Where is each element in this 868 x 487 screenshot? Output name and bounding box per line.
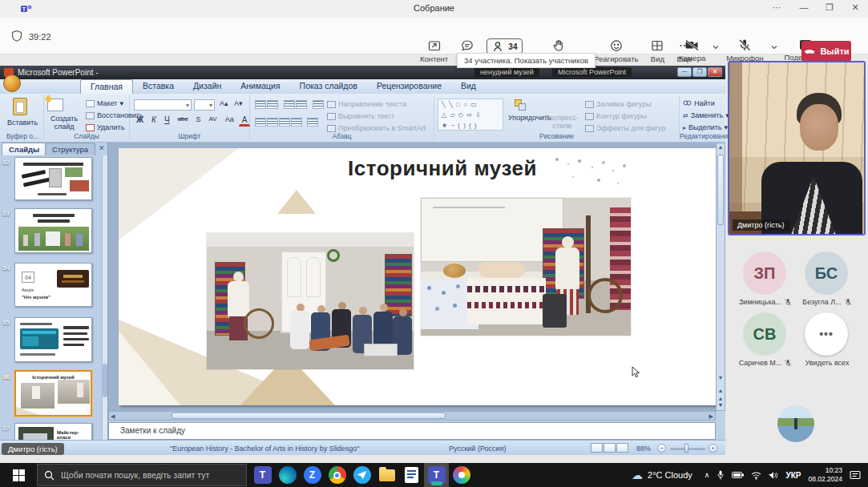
panel-scrollbar-thumb[interactable] bbox=[103, 364, 107, 397]
zoom-in-button[interactable]: + bbox=[709, 444, 717, 453]
grow-font-button[interactable]: A▴ bbox=[216, 99, 232, 108]
panel-tab-slides[interactable]: Слайды bbox=[2, 143, 46, 155]
shadow-button[interactable]: S bbox=[193, 115, 204, 127]
camera-button[interactable]: Камера bbox=[676, 37, 709, 64]
office-button[interactable] bbox=[3, 74, 21, 92]
char-spacing-button[interactable]: AV bbox=[206, 115, 220, 127]
keyboard-language[interactable]: УКР bbox=[785, 471, 801, 480]
quick-styles-button[interactable]: Экспресс-стили bbox=[543, 115, 580, 131]
italic-button[interactable]: К bbox=[148, 115, 159, 127]
view-buttons[interactable] bbox=[591, 443, 628, 453]
shape-fill-button[interactable]: Заливка фигуры bbox=[585, 100, 652, 108]
next-slide-icon[interactable]: ▼ bbox=[717, 401, 725, 409]
shrink-font-button[interactable]: A▾ bbox=[231, 99, 246, 108]
mic-button[interactable]: Микрофон bbox=[723, 37, 766, 64]
slideshow-button[interactable] bbox=[616, 443, 628, 453]
taskbar-app-photos[interactable] bbox=[449, 463, 474, 487]
minimize-icon[interactable]: — bbox=[795, 2, 813, 12]
tray-wifi-icon[interactable] bbox=[751, 471, 761, 480]
change-case-button[interactable]: Aa bbox=[222, 115, 237, 127]
tab-animation[interactable]: Анимация bbox=[231, 79, 289, 94]
weather-widget[interactable]: ☁ 2°C Cloudy bbox=[632, 469, 692, 481]
underline-button[interactable]: Ч bbox=[161, 115, 173, 127]
bold-button[interactable]: Ж bbox=[133, 115, 147, 127]
tab-insert[interactable]: Вставка bbox=[133, 79, 184, 94]
shape-outline-button[interactable]: Контур фигуры bbox=[585, 112, 647, 120]
panel-close-icon[interactable]: ✕ bbox=[99, 144, 105, 152]
find-button[interactable]: Найти bbox=[683, 99, 715, 107]
taskbar-app-telegram[interactable] bbox=[349, 463, 374, 487]
clock[interactable]: 10:23 08.02.2024 bbox=[808, 466, 842, 484]
zoom-slider-handle[interactable] bbox=[684, 444, 688, 453]
slide-thumbnail-33[interactable] bbox=[14, 208, 92, 253]
previous-slide-icon[interactable]: ▲▲ bbox=[717, 387, 725, 403]
tab-home[interactable]: Главная bbox=[80, 79, 133, 94]
close-icon[interactable]: ✕ bbox=[846, 2, 864, 13]
v-scroll-thumb[interactable] bbox=[717, 155, 724, 225]
participant-avatar[interactable]: БС bbox=[805, 252, 848, 295]
slide-horizontal-scrollbar[interactable]: ◀ ▶ bbox=[108, 411, 716, 421]
delete-slide-button[interactable]: Удалить bbox=[86, 123, 124, 131]
zoom-out-button[interactable]: − bbox=[657, 444, 666, 453]
participant-avatar[interactable]: ЗП bbox=[743, 252, 786, 295]
panel-tab-outline[interactable]: Структура bbox=[45, 143, 95, 155]
tab-slideshow[interactable]: Показ слайдов bbox=[290, 79, 367, 94]
language-indicator[interactable]: Русский (Россия) bbox=[449, 445, 506, 453]
tray-volume-icon[interactable] bbox=[769, 471, 778, 480]
list-buttons[interactable] bbox=[255, 100, 325, 109]
arrange-button[interactable]: Упорядочить bbox=[508, 115, 540, 123]
align-buttons[interactable] bbox=[255, 118, 319, 127]
search-input[interactable] bbox=[59, 469, 240, 481]
start-button[interactable] bbox=[0, 463, 37, 487]
participant-avatar[interactable]: СВ bbox=[743, 312, 786, 356]
panel-scrollbar[interactable] bbox=[102, 155, 107, 440]
shapes-gallery[interactable]: ╲ ╲ □ ○ ▭ △ ▱ ◇ ⇨ ⇩ ★ ~ ( ) { } bbox=[438, 99, 503, 131]
paste-button[interactable]: Вставить bbox=[7, 119, 38, 127]
taskbar-app-edge[interactable] bbox=[275, 463, 300, 487]
react-button[interactable]: Реагировать bbox=[591, 37, 641, 66]
slide-title[interactable]: Історичний музей bbox=[346, 156, 539, 181]
slide-thumbnail-34[interactable]: 04 Акція "Ніч музеїв" bbox=[14, 263, 92, 307]
normal-view-button[interactable] bbox=[591, 443, 603, 453]
taskbar-app-file-explorer[interactable] bbox=[374, 463, 399, 487]
font-color-button[interactable]: A bbox=[239, 115, 251, 127]
slide-thumbnail-36-selected[interactable]: Історичний музей bbox=[14, 370, 92, 417]
taskbar-app-teams[interactable]: T bbox=[250, 463, 275, 487]
maximize-icon[interactable]: ❐ bbox=[821, 2, 838, 13]
scroll-down-icon[interactable]: ▼ bbox=[717, 374, 725, 382]
tray-expand-icon[interactable]: ∧ bbox=[704, 471, 710, 479]
taskbar-search[interactable] bbox=[37, 464, 247, 486]
tab-design[interactable]: Дизайн bbox=[184, 79, 231, 94]
slide-sorter-button[interactable] bbox=[604, 443, 616, 453]
ppt-close-icon[interactable]: ✕ bbox=[708, 67, 722, 77]
new-slide-button[interactable]: Создать слайд bbox=[46, 115, 83, 131]
leave-button[interactable]: Выйти bbox=[801, 41, 851, 62]
font-name-select[interactable]: ▾ bbox=[134, 99, 192, 111]
titlebar-more-icon[interactable]: ⋯ bbox=[768, 2, 785, 13]
content-button[interactable]: Контент bbox=[417, 37, 451, 66]
paste-icon[interactable] bbox=[13, 98, 27, 115]
zoom-level[interactable]: 88% bbox=[636, 445, 651, 453]
strikethrough-button[interactable]: abc bbox=[175, 115, 192, 127]
tab-review[interactable]: Рецензирование bbox=[367, 79, 451, 94]
tray-battery-icon[interactable] bbox=[732, 471, 744, 479]
notes-pane[interactable]: Заметки к слайду bbox=[108, 422, 716, 440]
ppt-minimize-icon[interactable]: ─ bbox=[677, 67, 692, 77]
font-size-select[interactable]: ▾ bbox=[194, 99, 215, 111]
self-avatar[interactable] bbox=[777, 405, 814, 442]
taskbar-app-teams-new-active[interactable]: T bbox=[424, 463, 449, 487]
see-all-button[interactable]: ••• bbox=[805, 312, 848, 356]
mic-chevron-icon[interactable] bbox=[770, 43, 778, 51]
taskbar-app-chrome[interactable] bbox=[325, 463, 349, 487]
text-direction-button[interactable]: Направление текста bbox=[327, 100, 406, 108]
tab-view[interactable]: Вид bbox=[451, 79, 486, 94]
view-button[interactable]: Вид bbox=[647, 37, 668, 66]
scroll-up-icon[interactable]: ▲ bbox=[717, 143, 725, 151]
taskbar-app-zoom[interactable]: Z bbox=[300, 463, 325, 487]
camera-chevron-icon[interactable] bbox=[712, 43, 720, 51]
slide-vertical-scrollbar[interactable]: ▲ ▼ ▲▲ ▼ bbox=[716, 143, 725, 411]
action-center-icon[interactable] bbox=[850, 470, 862, 481]
smartart-button[interactable]: Преобразовать в SmartArt bbox=[327, 124, 426, 132]
slide-thumbnail-35[interactable] bbox=[14, 317, 92, 362]
slide-thumbnail-37[interactable]: Майстер-класи bbox=[14, 423, 92, 440]
